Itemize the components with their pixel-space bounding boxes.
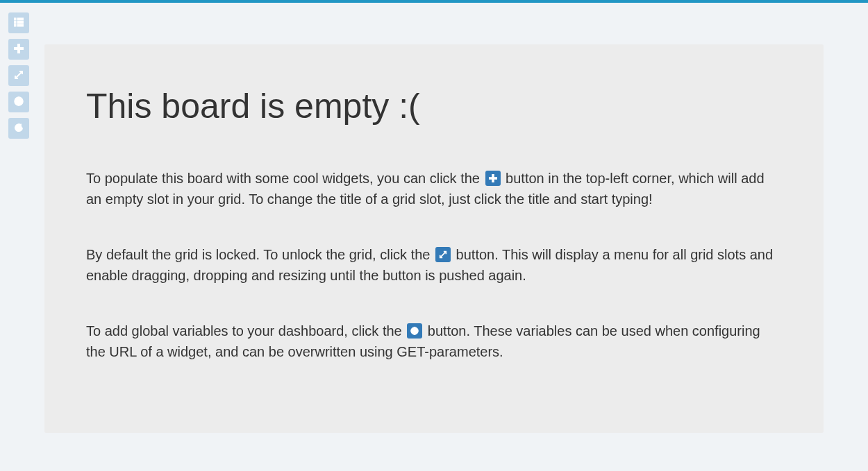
inline-expand-icon — [435, 247, 451, 262]
unlock-button[interactable] — [8, 65, 29, 86]
list-button[interactable] — [8, 12, 29, 33]
refresh-icon — [14, 123, 24, 135]
refresh-button[interactable] — [8, 118, 29, 139]
globals-button[interactable] — [8, 92, 29, 112]
expand-icon — [14, 70, 24, 82]
text-fragment: To populate this board with some cool wi… — [86, 171, 484, 186]
svg-rect-0 — [14, 18, 16, 20]
top-accent-bar — [0, 0, 868, 3]
svg-rect-4 — [14, 24, 16, 26]
svg-rect-7 — [14, 47, 24, 49]
svg-rect-1 — [17, 18, 24, 20]
text-fragment: By default the grid is locked. To unlock… — [86, 247, 434, 262]
list-icon — [14, 17, 24, 29]
empty-state-paragraph-1: To populate this board with some cool wi… — [86, 168, 782, 209]
empty-state-panel: This board is empty :( To populate this … — [44, 44, 824, 433]
empty-state-heading: This board is empty :( — [86, 86, 782, 126]
empty-state-paragraph-3: To add global variables to your dashboar… — [86, 320, 782, 362]
svg-rect-3 — [17, 21, 24, 23]
svg-rect-5 — [17, 24, 24, 26]
globe-icon — [14, 96, 24, 108]
text-fragment: To add global variables to your dashboar… — [86, 323, 406, 339]
empty-state-paragraph-2: By default the grid is locked. To unlock… — [86, 244, 782, 286]
left-toolbar — [8, 12, 29, 139]
svg-line-14 — [440, 251, 446, 257]
add-button[interactable] — [8, 39, 29, 60]
inline-plus-icon — [485, 171, 501, 186]
svg-rect-2 — [14, 21, 16, 23]
inline-globe-icon — [407, 323, 422, 339]
plus-icon — [14, 44, 24, 55]
svg-line-8 — [15, 71, 22, 78]
svg-rect-13 — [489, 177, 497, 179]
